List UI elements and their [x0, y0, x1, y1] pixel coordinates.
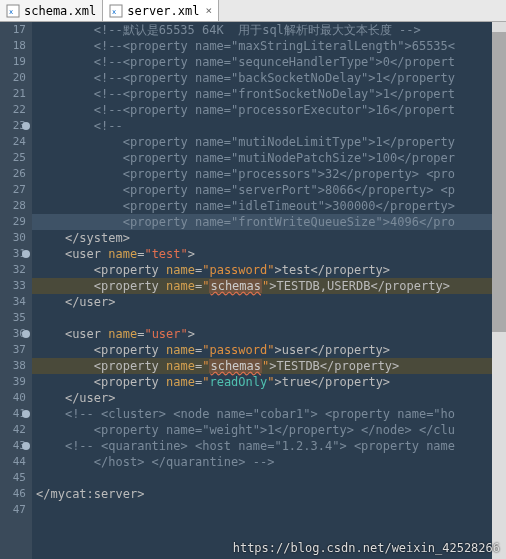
line-number: 21: [2, 86, 26, 102]
line-number: 18: [2, 38, 26, 54]
code-line[interactable]: <property name="password">user</property…: [32, 342, 506, 358]
svg-text:x: x: [9, 8, 13, 16]
line-number: 38: [2, 358, 26, 374]
fold-marker-icon[interactable]: [22, 442, 30, 450]
line-number: 41: [2, 406, 26, 422]
editor: 1718192021222324252627282930313233343536…: [0, 22, 506, 559]
watermark-text: https://blog.csdn.net/weixin_42528266: [233, 541, 500, 555]
code-line[interactable]: <!--: [32, 118, 506, 134]
line-number: 23: [2, 118, 26, 134]
fold-marker-icon[interactable]: [22, 250, 30, 258]
code-line[interactable]: <property name="schemas">TESTDB</propert…: [32, 358, 506, 374]
tab-bar: x schema.xml x server.xml ×: [0, 0, 506, 22]
code-line[interactable]: <property name="processors">32</property…: [32, 166, 506, 182]
code-line[interactable]: <!--<property name="frontSocketNoDelay">…: [32, 86, 506, 102]
line-number: 47: [2, 502, 26, 518]
tab-label: server.xml: [127, 4, 199, 18]
line-number: 45: [2, 470, 26, 486]
code-line[interactable]: <property name="frontWriteQueueSize">409…: [32, 214, 506, 230]
code-line[interactable]: <!-- <quarantine> <host name="1.2.3.4"> …: [32, 438, 506, 454]
line-number: 40: [2, 390, 26, 406]
line-number: 42: [2, 422, 26, 438]
line-number: 30: [2, 230, 26, 246]
code-area[interactable]: <!--默认是65535 64K 用于sql解析时最大文本长度 --> <!--…: [32, 22, 506, 559]
code-line[interactable]: </user>: [32, 390, 506, 406]
tab-schema[interactable]: x schema.xml: [0, 0, 103, 21]
line-number: 43: [2, 438, 26, 454]
code-line[interactable]: <property name="weight">1</property> </n…: [32, 422, 506, 438]
line-number: 34: [2, 294, 26, 310]
code-line[interactable]: <property name="password">test</property…: [32, 262, 506, 278]
code-line[interactable]: </user>: [32, 294, 506, 310]
code-line[interactable]: <user name="test">: [32, 246, 506, 262]
fold-marker-icon[interactable]: [22, 410, 30, 418]
code-line[interactable]: </host> </quarantine> -->: [32, 454, 506, 470]
vertical-scrollbar[interactable]: [492, 22, 506, 559]
code-line[interactable]: </system>: [32, 230, 506, 246]
xml-file-icon: x: [109, 4, 123, 18]
code-line[interactable]: [32, 470, 506, 486]
line-number: 32: [2, 262, 26, 278]
code-line[interactable]: [32, 502, 506, 518]
svg-text:x: x: [112, 8, 116, 16]
tab-label: schema.xml: [24, 4, 96, 18]
line-number: 35: [2, 310, 26, 326]
code-line[interactable]: <property name="schemas">TESTDB,USERDB</…: [32, 278, 506, 294]
code-line[interactable]: </mycat:server>: [32, 486, 506, 502]
line-number: 26: [2, 166, 26, 182]
line-number: 17: [2, 22, 26, 38]
close-icon[interactable]: ×: [206, 4, 213, 17]
code-line[interactable]: <!--<property name="maxStringLiteralLeng…: [32, 38, 506, 54]
code-line[interactable]: <!--<property name="sequnceHandlerType">…: [32, 54, 506, 70]
code-line[interactable]: <!--<property name="processorExecutor">1…: [32, 102, 506, 118]
line-number: 25: [2, 150, 26, 166]
code-line[interactable]: [32, 310, 506, 326]
xml-file-icon: x: [6, 4, 20, 18]
code-line[interactable]: <property name="mutiNodeLimitType">1</pr…: [32, 134, 506, 150]
line-number: 37: [2, 342, 26, 358]
code-line[interactable]: <property name="serverPort">8066</proper…: [32, 182, 506, 198]
fold-marker-icon[interactable]: [22, 122, 30, 130]
code-line[interactable]: <property name="mutiNodePatchSize">100</…: [32, 150, 506, 166]
line-number: 46: [2, 486, 26, 502]
line-number: 27: [2, 182, 26, 198]
code-line[interactable]: <user name="user">: [32, 326, 506, 342]
line-number: 22: [2, 102, 26, 118]
line-number: 28: [2, 198, 26, 214]
line-number: 39: [2, 374, 26, 390]
line-number: 33: [2, 278, 26, 294]
code-line[interactable]: <!--默认是65535 64K 用于sql解析时最大文本长度 -->: [32, 22, 506, 38]
code-line[interactable]: <!--<property name="backSocketNoDelay">1…: [32, 70, 506, 86]
code-line[interactable]: <!-- <cluster> <node name="cobar1"> <pro…: [32, 406, 506, 422]
scrollbar-thumb[interactable]: [492, 32, 506, 332]
fold-marker-icon[interactable]: [22, 330, 30, 338]
code-line[interactable]: <property name="idleTimeout">300000</pro…: [32, 198, 506, 214]
line-number: 20: [2, 70, 26, 86]
tab-server[interactable]: x server.xml ×: [103, 0, 219, 21]
line-gutter: 1718192021222324252627282930313233343536…: [0, 22, 32, 559]
line-number: 31: [2, 246, 26, 262]
line-number: 36: [2, 326, 26, 342]
line-number: 19: [2, 54, 26, 70]
code-line[interactable]: <property name="readOnly">true</property…: [32, 374, 506, 390]
line-number: 24: [2, 134, 26, 150]
line-number: 44: [2, 454, 26, 470]
line-number: 29: [2, 214, 26, 230]
